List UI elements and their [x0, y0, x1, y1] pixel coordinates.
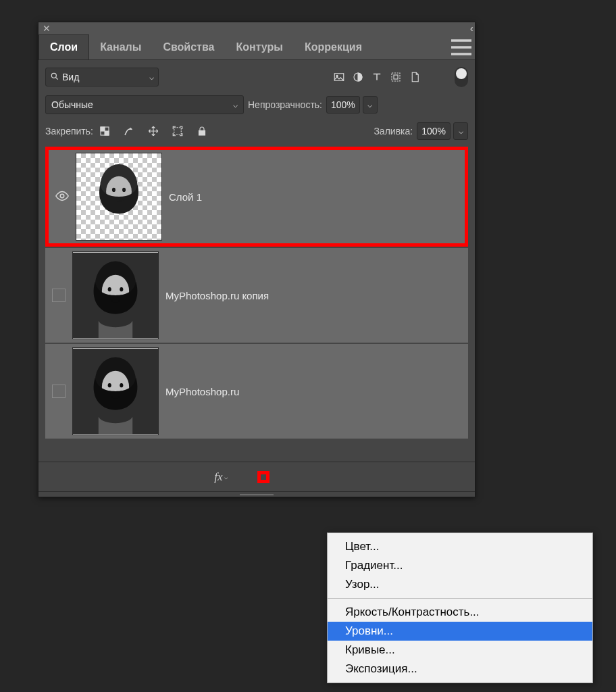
- filter-shape-icon[interactable]: [388, 70, 403, 84]
- fill-control[interactable]: 100% ⌵: [417, 122, 468, 140]
- menu-separator: [328, 598, 592, 599]
- filter-smart-icon[interactable]: [407, 70, 422, 84]
- svg-rect-10: [199, 130, 205, 135]
- layer-name[interactable]: MyPhotoshop.ru копия: [165, 290, 269, 301]
- lock-position-icon[interactable]: [146, 124, 161, 139]
- layer-thumbnail[interactable]: [76, 153, 162, 241]
- visibility-toggle[interactable]: [52, 289, 66, 302]
- menu-item-pattern[interactable]: Узор...: [328, 575, 592, 594]
- opacity-control[interactable]: 100% ⌵: [326, 96, 378, 114]
- svg-point-25: [120, 383, 123, 387]
- opacity-value[interactable]: 100%: [326, 96, 360, 114]
- layers-panel: ✕ ‹‹ Слои Каналы Свойства Контуры Коррек…: [38, 22, 476, 497]
- collapse-icon[interactable]: ‹‹: [470, 23, 471, 34]
- chevron-down-icon: ⌵: [149, 72, 154, 82]
- menu-item-curves[interactable]: Кривые...: [328, 641, 592, 660]
- visibility-eye-icon[interactable]: [55, 189, 70, 205]
- svg-point-15: [122, 188, 126, 192]
- tab-channels[interactable]: Каналы: [89, 34, 152, 59]
- lock-artboard-icon[interactable]: [170, 124, 185, 139]
- tab-layers[interactable]: Слои: [38, 34, 89, 59]
- svg-point-19: [108, 287, 111, 291]
- search-icon: [50, 72, 59, 83]
- lock-label: Закрепить:: [45, 126, 93, 137]
- svg-rect-8: [105, 131, 109, 135]
- layer-item[interactable]: MyPhotoshop.ru: [45, 344, 468, 439]
- lock-image-icon[interactable]: [122, 124, 136, 139]
- filter-kind-label: Вид: [62, 72, 149, 82]
- layers-list: Слой 1: [45, 147, 468, 462]
- layer-name[interactable]: Слой 1: [169, 191, 202, 203]
- tab-adjustments[interactable]: Коррекция: [294, 34, 373, 59]
- panel-resize-grip[interactable]: [38, 491, 475, 497]
- filter-toggle[interactable]: [455, 67, 468, 87]
- svg-rect-9: [174, 128, 182, 135]
- layer-name[interactable]: MyPhotoshop.ru: [165, 386, 239, 397]
- layer-item[interactable]: Слой 1: [45, 147, 468, 247]
- menu-item-brightness[interactable]: Яркость/Контрастность...: [328, 603, 592, 622]
- fill-value[interactable]: 100%: [417, 122, 451, 140]
- portrait-icon: [73, 348, 158, 435]
- menu-item-color[interactable]: Цвет...: [328, 537, 592, 556]
- svg-point-11: [60, 194, 64, 198]
- tab-properties[interactable]: Свойства: [152, 34, 225, 59]
- panel-titlebar: ✕ ‹‹: [38, 22, 475, 34]
- adjustment-context-menu: Цвет... Градиент... Узор... Яркость/Конт…: [327, 533, 593, 683]
- lock-all-icon[interactable]: [195, 124, 209, 139]
- layer-fx-icon[interactable]: fx⌵: [214, 470, 227, 484]
- close-icon[interactable]: ✕: [43, 23, 51, 34]
- portrait-icon: [73, 252, 158, 339]
- lock-transparent-icon[interactable]: [97, 124, 112, 139]
- svg-point-14: [112, 188, 116, 192]
- chevron-down-icon[interactable]: ⌵: [363, 96, 378, 114]
- blend-mode-select[interactable]: Обычные ⌵: [45, 95, 244, 114]
- layer-filter-kind[interactable]: Вид ⌵: [45, 68, 159, 86]
- layers-bottom-bar: fx⌵: [38, 462, 475, 491]
- panel-body: Вид ⌵ Обычные ⌵: [38, 60, 475, 462]
- tab-paths[interactable]: Контуры: [225, 34, 294, 59]
- panel-tabs: Слои Каналы Свойства Контуры Коррекция: [38, 34, 475, 60]
- blend-mode-value: Обычные: [51, 99, 93, 110]
- portrait-icon: [76, 153, 161, 240]
- svg-rect-4: [392, 73, 400, 81]
- layer-thumbnail[interactable]: [72, 251, 159, 339]
- svg-point-0: [51, 73, 56, 78]
- layer-item[interactable]: MyPhotoshop.ru копия: [45, 248, 468, 343]
- chevron-down-icon[interactable]: ⌵: [453, 122, 468, 140]
- visibility-toggle[interactable]: [52, 385, 66, 398]
- fill-label: Заливка:: [374, 126, 413, 137]
- svg-point-24: [108, 383, 111, 387]
- new-adjustment-layer-icon[interactable]: [257, 471, 270, 483]
- filter-pixel-icon[interactable]: [332, 70, 346, 84]
- panel-menu-icon[interactable]: [448, 34, 475, 59]
- filter-type-icon[interactable]: [369, 70, 384, 84]
- svg-rect-7: [101, 127, 105, 131]
- svg-rect-5: [394, 75, 398, 79]
- filter-adjustment-icon[interactable]: [351, 70, 365, 84]
- menu-item-gradient[interactable]: Градиент...: [328, 556, 592, 575]
- opacity-label: Непрозрачность:: [248, 99, 322, 110]
- layer-thumbnail[interactable]: [72, 347, 159, 435]
- menu-item-levels[interactable]: Уровни...: [328, 622, 592, 641]
- svg-point-20: [120, 287, 123, 291]
- menu-item-exposure[interactable]: Экспозиция...: [328, 660, 592, 678]
- chevron-down-icon: ⌵: [233, 100, 238, 109]
